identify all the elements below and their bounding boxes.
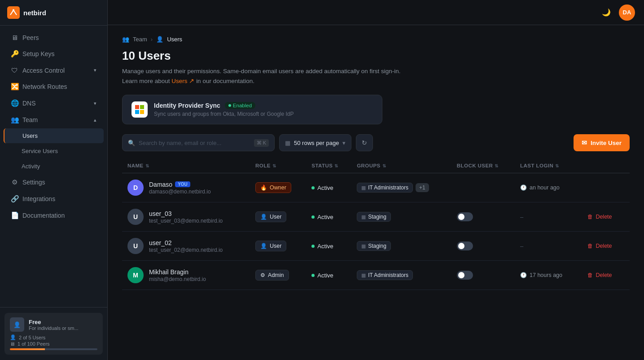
user-cell-user03: U user_03 test_user_03@demo.netbird.io [127,209,245,225]
group-icon2: ▦ [361,243,366,249]
role-badge-user03: 👤 User [255,211,286,222]
group-icon3: ▦ [361,272,366,278]
sidebar-item-network-routes[interactable]: 🔀 Network Routes [4,79,104,95]
page-description: Manage users and their permissions. Same… [122,66,630,86]
sidebar-label-team: Team [22,116,38,123]
group-icon: ▦ [361,185,366,191]
svg-rect-5 [140,110,144,114]
clock-icon: 🕐 [520,184,527,191]
plus-badge-damaso[interactable]: +1 [416,183,429,192]
role-badge-damaso: 🔥 Owner [255,182,291,193]
peers-icon: 🖥 [11,34,18,41]
name-user03: user_03 [149,210,172,217]
group-it-admin-mikhail[interactable]: ▦ IT Administrators [357,270,413,280]
sidebar-item-documentation[interactable]: 📄 Documentation [4,207,104,224]
group-staging-user03[interactable]: ▦ Staging [357,212,391,222]
sidebar-item-service-users[interactable]: Service Users [4,144,104,158]
status-dot-user03 [311,215,315,219]
sidebar-item-dns[interactable]: 🌐 DNS ▾ [4,95,104,111]
user-avatar-button[interactable]: DA [619,4,635,21]
owner-icon: 🔥 [260,184,267,191]
users-doc-link[interactable]: Users ↗ [171,78,196,84]
sidebar-bottom: 👤 Free For individuals or sm... 👤 2 of 5… [0,307,107,360]
col-last-login[interactable]: LAST LOGIN ⇅ [515,158,578,173]
documentation-icon: 📄 [11,211,18,220]
email-user03: test_user_03@demo.netbird.io [149,218,223,224]
sidebar-item-users[interactable]: Users [4,128,104,143]
delete-button-mikhail[interactable]: 🗑 Delete [584,270,615,280]
search-input[interactable] [139,140,250,146]
sidebar-item-access-control[interactable]: 🛡 Access Control ▾ [4,62,104,78]
breadcrumb: 👥 Team › 👤 Users [122,36,630,43]
status-user03: Active [311,214,346,220]
sidebar-item-peers[interactable]: 🖥 Peers [4,30,104,45]
sidebar-label-documentation: Documentation [22,212,65,219]
sidebar-label-network-routes: Network Routes [22,83,67,90]
col-role[interactable]: ROLE ⇅ [250,158,306,173]
name-sort-icon: ⇅ [145,163,149,168]
groups-mikhail: ▦ IT Administrators [357,270,446,280]
col-name[interactable]: NAME ⇅ [122,158,250,173]
logo-area[interactable]: netbird [0,0,107,26]
sidebar-label-activity: Activity [22,163,40,170]
block-cell-damaso [451,173,515,202]
role-badge-mikhail: ⚙ Admin [255,270,289,281]
theme-toggle-button[interactable]: 🌙 [599,5,613,20]
table-header: NAME ⇅ ROLE ⇅ STATUS ⇅ [122,158,630,173]
avatar-mikhail: M [127,267,144,283]
groups-user03: ▦ Staging [357,212,446,222]
sidebar-item-setup-keys[interactable]: 🔑 Setup Keys [4,46,104,62]
svg-rect-3 [140,105,144,109]
status-sort-icon: ⇅ [334,163,338,168]
name-mikhail: Mikhail Bragin [149,268,188,276]
idp-banner: Identity Provider Sync Enabled Sync user… [122,95,382,124]
breadcrumb-current: Users [167,36,182,43]
rows-per-page-button[interactable]: ▦ 50 rows per page ▾ [279,134,351,151]
table-body: D Damaso YOU damaso@demo.netbird.io [122,173,630,290]
groups-damaso: ▦ IT Administrators +1 [357,183,446,193]
user-role-icon: 👤 [260,214,267,220]
block-toggle-user02[interactable] [457,241,473,250]
plan-description: For individuals or sm... [29,325,79,331]
sidebar-item-settings[interactable]: ⚙ Settings [4,174,104,190]
setup-keys-icon: 🔑 [11,50,18,58]
user-cell-user02: U user_02 test_user_02@demo.netbird.io [127,238,245,254]
dns-icon: 🌐 [11,99,18,107]
breadcrumb-parent: Team [133,36,147,43]
idp-status-badge: Enabled [225,102,255,109]
table-row: U user_03 test_user_03@demo.netbird.io � [122,202,630,232]
group-it-admin-damaso[interactable]: ▦ IT Administrators [357,183,413,193]
rows-icon: ▦ [285,140,290,146]
block-toggle-user03[interactable] [457,212,473,221]
access-control-icon: 🛡 [11,66,18,74]
idp-description: Sync users and groups from Okta, Microso… [154,111,294,117]
search-kbd: ⌘ K [254,139,269,147]
invite-user-button[interactable]: ✉ Invite User [574,134,630,151]
delete-button-user02[interactable]: 🗑 Delete [584,241,615,251]
block-sort-icon: ⇅ [495,163,498,168]
col-status[interactable]: STATUS ⇅ [306,158,351,173]
group-staging-user02[interactable]: ▦ Staging [357,241,391,251]
block-toggle-mikhail[interactable] [457,271,473,280]
sidebar-item-team[interactable]: 👥 Team ▴ [4,112,104,128]
sidebar-item-integrations[interactable]: 🔗 Integrations [4,191,104,207]
netbird-logo-icon [7,6,20,19]
refresh-button[interactable]: ↻ [356,134,373,151]
idp-logo [131,101,148,118]
status-user02: Active [311,243,346,250]
rows-label: 50 rows per page [294,140,339,146]
last-login-sort-icon: ⇅ [555,163,559,168]
col-block[interactable]: BLOCK USER ⇅ [451,158,515,173]
peers-stat: 🖥 1 of 100 Peers [10,341,97,347]
delete-icon2: 🗑 [587,243,593,249]
status-dot-mikhail [311,274,315,277]
table-row: M Mikhail Bragin misha@demo.netbird.io ⚙ [122,261,630,290]
user-role-icon2: 👤 [260,243,267,249]
col-groups[interactable]: GROUPS ⇅ [351,158,451,173]
sidebar-item-activity[interactable]: Activity [4,159,104,174]
user-cell-damaso: D Damaso YOU damaso@demo.netbird.io [127,180,245,196]
delete-button-user03[interactable]: 🗑 Delete [584,212,615,222]
email-damaso: damaso@demo.netbird.io [149,189,211,195]
toolbar: 🔍 ⌘ K ▦ 50 rows per page ▾ ↻ ✉ Invite Us… [122,134,630,151]
invite-icon: ✉ [582,139,587,146]
